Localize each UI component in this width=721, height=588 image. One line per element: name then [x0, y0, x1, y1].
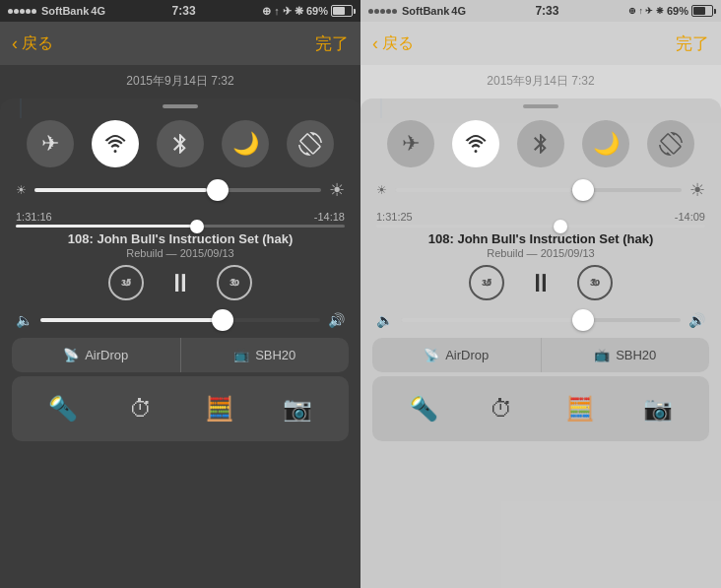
calculator-btn-right[interactable]: 🧮 [556, 384, 605, 433]
signal-dot-3 [20, 9, 25, 14]
rotation-icon-left [298, 132, 322, 156]
bluetooth-btn-right[interactable] [517, 120, 564, 167]
signal-dot-2 [14, 9, 19, 14]
fastforward-btn-left[interactable]: ↻ 30 [217, 265, 252, 300]
volume-fill-right [401, 318, 583, 322]
rotation-btn-right[interactable] [647, 120, 694, 167]
signal-dot-5 [32, 9, 36, 14]
volume-row-left: 🔈 🔊 [0, 310, 360, 334]
wifi-icon-right [464, 132, 488, 156]
media-progress-left[interactable] [16, 225, 345, 228]
timer-btn-left[interactable]: ⏱ [116, 384, 165, 433]
battery-area-right: ⊕ ↑ ✈ ❋ 69% [628, 5, 713, 17]
back-chevron-icon: ‹ [12, 33, 18, 54]
control-center-right: ✈ 🌙 [360, 98, 721, 588]
volume-thumb-left[interactable] [212, 309, 233, 331]
flashlight-btn-left[interactable]: 🔦 [38, 384, 88, 433]
brightness-thumb-left[interactable] [207, 179, 229, 201]
network-label: 4G [91, 5, 105, 17]
status-bar-left: SoftBank 4G 7:33 ⊕ ↑ ✈ ❋ 69% [0, 0, 360, 22]
media-progress-right[interactable] [376, 225, 705, 228]
volume-thumb-right[interactable] [572, 309, 594, 331]
volume-high-icon-left: 🔊 [328, 312, 345, 328]
camera-btn-left[interactable]: 📷 [273, 384, 322, 433]
play-pause-btn-right[interactable]: ⏸ [528, 268, 554, 298]
airplay-icon-right: 📺 [594, 348, 610, 362]
battery-icon [331, 5, 353, 17]
airdrop-btn-left[interactable]: 📡 AirDrop [12, 338, 180, 372]
nav-bar-right: ‹ 戻る 完了 [360, 22, 721, 65]
carrier-label-right: SoftBank [402, 5, 449, 17]
media-title-right: 108: John Bull's Instruction Set (hak) [376, 231, 705, 246]
battery-fill-right [693, 7, 705, 15]
volume-track-right[interactable] [401, 318, 681, 322]
rewind-btn-right[interactable]: ↺ 30 [469, 265, 504, 300]
rotation-btn-left[interactable] [287, 120, 334, 167]
done-button-left[interactable]: 完了 [315, 33, 349, 55]
signal-dot-r1 [368, 9, 373, 14]
battery-icons: ⊕ ↑ ✈ ❋ [262, 5, 303, 18]
bluetooth-btn-left[interactable] [157, 120, 204, 167]
airplane-mode-btn-left[interactable]: ✈ [27, 120, 74, 167]
time-elapsed-right: 1:31:25 [376, 211, 413, 223]
brightness-low-icon-right: ☀ [376, 183, 387, 197]
brightness-row-left: ☀ ☀ [0, 175, 360, 205]
time-label-right: 7:33 [535, 4, 558, 18]
cc-handle-bar [163, 104, 198, 108]
toggle-row-left: ✈ 🌙 [0, 112, 360, 175]
media-section-left: 1:31:16 -14:18 108: John Bull's Instruct… [0, 205, 360, 310]
back-button-left[interactable]: ‹ 戻る [12, 33, 53, 54]
airplane-mode-btn-right[interactable]: ✈ [387, 120, 434, 167]
rewind-btn-left[interactable]: ↺ 30 [108, 265, 144, 300]
share-row-left: 📡 AirDrop 📺 SBH20 [12, 338, 349, 372]
media-time-row-left: 1:31:16 -14:18 [16, 211, 345, 223]
time-label: 7:33 [172, 4, 196, 18]
back-label: 戻る [22, 33, 53, 54]
wifi-btn-left[interactable] [92, 120, 139, 167]
battery-percent-right: 69% [667, 5, 688, 17]
dnd-btn-right[interactable]: 🌙 [582, 120, 629, 167]
dnd-btn-left[interactable]: 🌙 [222, 120, 269, 167]
airplay-btn-left[interactable]: 📺 SBH20 [181, 338, 350, 372]
wifi-icon-left [103, 132, 127, 156]
volume-low-icon-right: 🔈 [376, 312, 393, 328]
airdrop-icon-right: 📡 [424, 348, 439, 362]
calculator-btn-left[interactable]: 🧮 [195, 384, 244, 433]
brightness-thumb-right[interactable] [572, 179, 594, 201]
brightness-track-right[interactable] [395, 188, 682, 192]
battery-percent: 69% [306, 5, 328, 17]
status-left: SoftBank 4G [8, 5, 105, 17]
timer-btn-right[interactable]: ⏱ [477, 384, 526, 433]
volume-track-left[interactable] [40, 318, 320, 322]
back-label-right: 戻る [382, 33, 414, 54]
time-elapsed-left: 1:31:16 [16, 211, 52, 223]
back-button-right[interactable]: ‹ 戻る [372, 33, 414, 54]
media-controls-right: ↺ 30 ⏸ ↻ 30 [376, 265, 705, 300]
play-pause-btn-left[interactable]: ⏸ [167, 268, 193, 298]
camera-btn-right[interactable]: 📷 [633, 384, 683, 433]
date-label-right: 2015年9月14日 7:32 [360, 65, 721, 94]
time-remaining-left: -14:18 [314, 211, 345, 223]
flashlight-btn-right[interactable]: 🔦 [399, 384, 448, 433]
nav-bar-left: ‹ 戻る 完了 [0, 22, 360, 65]
status-left-right: SoftBank 4G [368, 5, 466, 17]
airplay-btn-right[interactable]: 📺 SBH20 [542, 338, 710, 372]
volume-low-icon-left: 🔈 [16, 312, 33, 328]
media-subtitle-right: Rebuild — 2015/09/13 [376, 247, 705, 259]
airdrop-label-right: AirDrop [445, 348, 489, 362]
battery-area: ⊕ ↑ ✈ ❋ 69% [262, 5, 353, 18]
fastforward-btn-right[interactable]: ↻ 30 [577, 265, 613, 300]
airdrop-label-left: AirDrop [85, 348, 128, 362]
bluetooth-icon-right [529, 132, 553, 156]
time-remaining-right: -14:09 [675, 211, 705, 223]
status-bar-right: SoftBank 4G 7:33 ⊕ ↑ ✈ ❋ 69% [360, 0, 721, 22]
done-button-right[interactable]: 完了 [676, 33, 709, 55]
airdrop-btn-right[interactable]: 📡 AirDrop [372, 338, 541, 372]
back-chevron-icon-right: ‹ [372, 33, 378, 54]
date-label-left: 2015年9月14日 7:32 [0, 65, 360, 94]
brightness-track-left[interactable] [34, 188, 321, 192]
signal-dot-r5 [392, 9, 397, 14]
airplay-label-right: SBH20 [616, 348, 656, 362]
media-progress-fill-left [16, 225, 197, 228]
wifi-btn-right[interactable] [452, 120, 499, 167]
